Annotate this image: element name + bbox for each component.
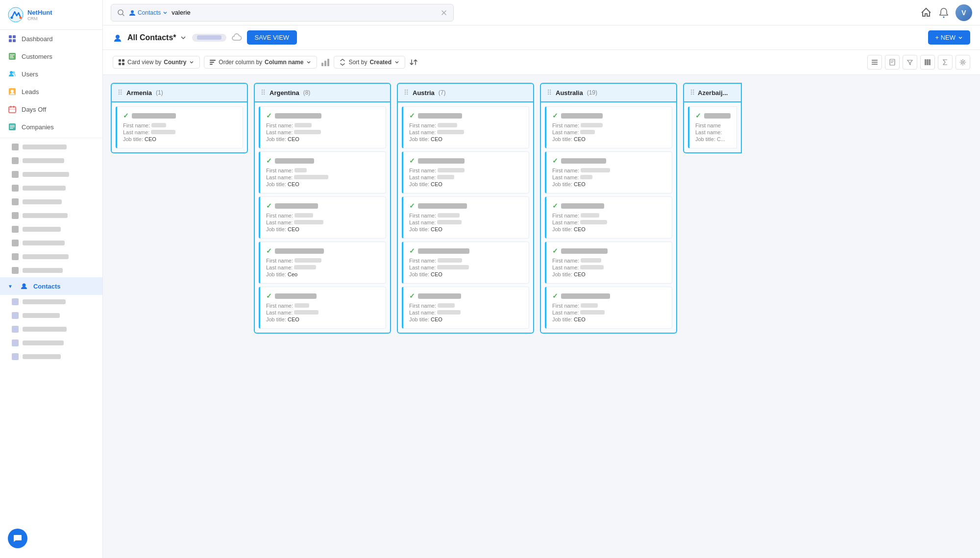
card-jobtitle-value: CEO <box>574 136 586 142</box>
contact-card[interactable]: ✓ First name: Last name: Job title: CEO <box>402 151 529 194</box>
view-title: All Contacts* <box>127 33 187 42</box>
card-check-icon: ✓ <box>266 202 272 210</box>
card-title-row: ✓ <box>409 247 523 255</box>
contact-sub-item[interactable] <box>0 295 102 309</box>
filter-icon-btn[interactable] <box>903 55 917 70</box>
sidebar-item-customers[interactable]: Customers <box>0 48 102 65</box>
card-firstname-label: First name: <box>266 168 294 173</box>
card-title-row: ✓ <box>266 247 380 255</box>
card-lastname-label: Last name: <box>266 174 294 180</box>
sort-value: Created <box>369 59 392 66</box>
contact-sub-label <box>23 340 64 345</box>
card-jobtitle-label: Job title: <box>266 226 288 232</box>
sidebar-sub-item[interactable] <box>0 250 102 264</box>
contact-card[interactable]: ✓ First name: Last name: Job title: CEO <box>545 106 672 148</box>
svg-rect-20 <box>10 125 15 126</box>
sidebar-sub-item[interactable] <box>0 222 102 236</box>
contact-card[interactable]: ✓ First name: Last name: Job title: CEO <box>259 196 386 239</box>
contact-sub-item[interactable] <box>0 336 102 350</box>
list-view-icon-btn[interactable] <box>867 55 882 70</box>
home-icon[interactable] <box>920 7 932 19</box>
contact-card[interactable]: ✓ First name: Last name: Job title: CEO <box>259 287 386 329</box>
card-jobtitle-field: Job title: CEO <box>552 316 666 322</box>
column-drag-handle: ⠿ <box>261 89 266 97</box>
card-firstname-label: First name: <box>409 168 438 173</box>
sidebar-sub-item[interactable] <box>0 209 102 222</box>
contact-card[interactable]: ✓ First name: Last name: Job title: CEO <box>259 151 386 194</box>
sidebar-sub-item[interactable] <box>0 140 102 154</box>
sidebar-item-leads[interactable]: Leads <box>0 83 102 100</box>
sidebar-sub-item[interactable] <box>0 181 102 195</box>
save-view-button[interactable]: SAVE VIEW <box>247 30 297 45</box>
sidebar-sub-item[interactable] <box>0 195 102 209</box>
card-lastname-label: Last name: <box>409 219 437 225</box>
contact-card[interactable]: ✓ First name: Last name: Job title: CEO <box>545 151 672 194</box>
sort-button[interactable]: Sort by Created <box>334 56 405 69</box>
sub-item-icon <box>12 185 19 192</box>
card-jobtitle-value: CEO <box>431 136 442 142</box>
contact-card[interactable]: ✓ First name: Last name: Job title: CEO <box>402 196 529 239</box>
svg-rect-18 <box>9 109 16 110</box>
column-header-australia: ⠿ Australia (19) <box>540 83 677 102</box>
sub-item-icon <box>12 212 19 219</box>
column-count: (8) <box>303 89 311 96</box>
view-dropdown-icon[interactable] <box>179 34 187 42</box>
contact-card[interactable]: ✓ First name: Last name: Job title: CEO <box>402 242 529 284</box>
sidebar-item-companies[interactable]: Companies <box>0 118 102 136</box>
cloud-sync-icon[interactable] <box>231 32 242 43</box>
sidebar-item-users[interactable]: Users <box>0 65 102 83</box>
contact-card[interactable]: ✓ First name: Last name: Job title: CEO <box>116 106 243 148</box>
search-input[interactable] <box>172 9 437 16</box>
sidebar-sub-item[interactable] <box>0 168 102 181</box>
contact-sub-item[interactable] <box>0 309 102 322</box>
partial-contact-card[interactable]: ✓ First name Last name: Job title: C... <box>688 106 737 148</box>
card-lastname-field: Last name: <box>552 174 666 180</box>
user-avatar[interactable]: V <box>956 4 972 21</box>
svg-rect-29 <box>122 59 124 62</box>
card-jobtitle-label: Job title: <box>409 316 431 322</box>
filter-icon <box>906 59 913 66</box>
column-header-armenia: ⠿ Armenia (1) <box>111 83 248 102</box>
sidebar-item-label-leads: Leads <box>22 88 95 96</box>
main-content: Contacts V All Contacts* SAVE VIEW + NEW <box>103 0 980 558</box>
settings-icon-btn[interactable] <box>956 55 970 70</box>
contact-card[interactable]: ✓ First name: Last name: Job title: Ceo <box>259 242 386 284</box>
sidebar-item-dashboard[interactable]: Dashboard <box>0 30 102 48</box>
sidebar-sub-item[interactable] <box>0 264 102 277</box>
sidebar-item-daysoff[interactable]: Days Off <box>0 100 102 118</box>
card-lastname-label: Last name: <box>552 219 580 225</box>
svg-rect-32 <box>210 60 216 61</box>
sidebar-sub-item[interactable] <box>0 236 102 250</box>
order-column-button[interactable]: Order column by Column name <box>204 56 317 69</box>
contact-card[interactable]: ✓ First name: Last name: Job title: CEO <box>259 106 386 148</box>
column-count: (1) <box>156 89 163 96</box>
card-lastname-label: Last name: <box>409 129 437 135</box>
search-entity-badge[interactable]: Contacts <box>129 9 168 16</box>
contact-card[interactable]: ✓ First name: Last name: Job title: CEO <box>545 196 672 239</box>
sort-direction-icon[interactable] <box>409 58 418 67</box>
new-record-button[interactable]: + NEW <box>928 30 970 45</box>
contact-card[interactable]: ✓ First name: Last name: Job title: CEO <box>545 242 672 284</box>
sidebar-sub-item[interactable] <box>0 154 102 168</box>
column-settings-icon-btn[interactable] <box>920 55 935 70</box>
contact-card[interactable]: ✓ First name: Last name: Job title: CEO <box>402 287 529 329</box>
sidebar-item-contacts[interactable]: ▼ Contacts <box>0 277 102 295</box>
card-name <box>275 158 314 164</box>
customers-icon <box>8 52 17 61</box>
chat-button[interactable] <box>8 529 27 548</box>
sum-icon-btn[interactable] <box>938 55 953 70</box>
card-lastname-label: Last name: <box>552 265 580 270</box>
card-view-button[interactable]: Card view by Country <box>113 56 200 69</box>
svg-rect-8 <box>10 54 15 55</box>
contact-card[interactable]: ✓ First name: Last name: Job title: CEO <box>545 287 672 329</box>
contact-sub-item[interactable] <box>0 322 102 336</box>
search-clear-icon[interactable] <box>441 9 447 16</box>
search-bar[interactable]: Contacts <box>111 4 454 22</box>
contact-card[interactable]: ✓ First name: Last name: Job title: CEO <box>402 106 529 148</box>
card-firstname-label: First name: <box>266 303 294 309</box>
contact-sub-item[interactable] <box>0 350 102 364</box>
chart-icon[interactable] <box>321 58 330 67</box>
card-jobtitle-field: Job title: CEO <box>409 271 523 277</box>
notification-icon[interactable] <box>938 7 950 19</box>
notes-view-icon-btn[interactable] <box>885 55 900 70</box>
